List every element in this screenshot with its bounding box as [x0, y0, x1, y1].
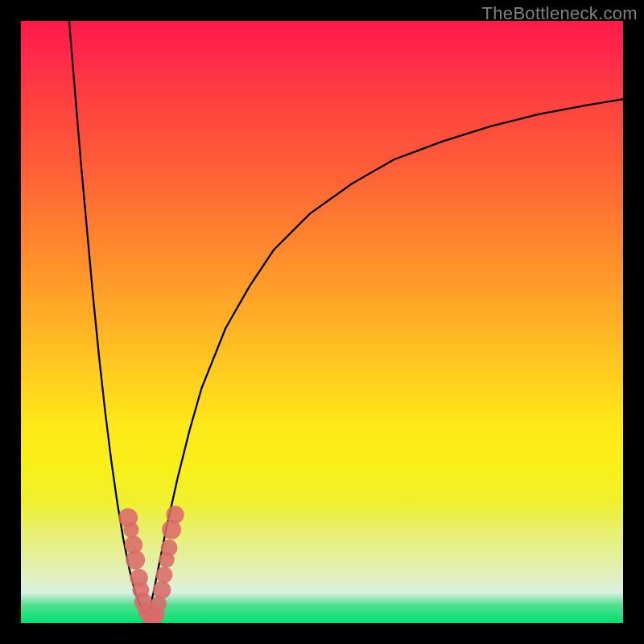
chart-curve-layer	[21, 21, 623, 623]
series-right-branch	[147, 99, 623, 618]
chart-plot-area	[21, 21, 623, 623]
chart-markers	[118, 506, 184, 623]
marker-point	[161, 539, 178, 556]
chart-frame: TheBottleneck.com	[0, 0, 644, 644]
marker-point	[126, 550, 145, 569]
marker-point	[123, 522, 138, 537]
marker-point	[156, 567, 173, 584]
watermark-text: TheBottleneck.com	[482, 3, 638, 24]
marker-point	[166, 506, 184, 523]
chart-curves	[69, 21, 623, 618]
marker-point	[153, 581, 171, 599]
